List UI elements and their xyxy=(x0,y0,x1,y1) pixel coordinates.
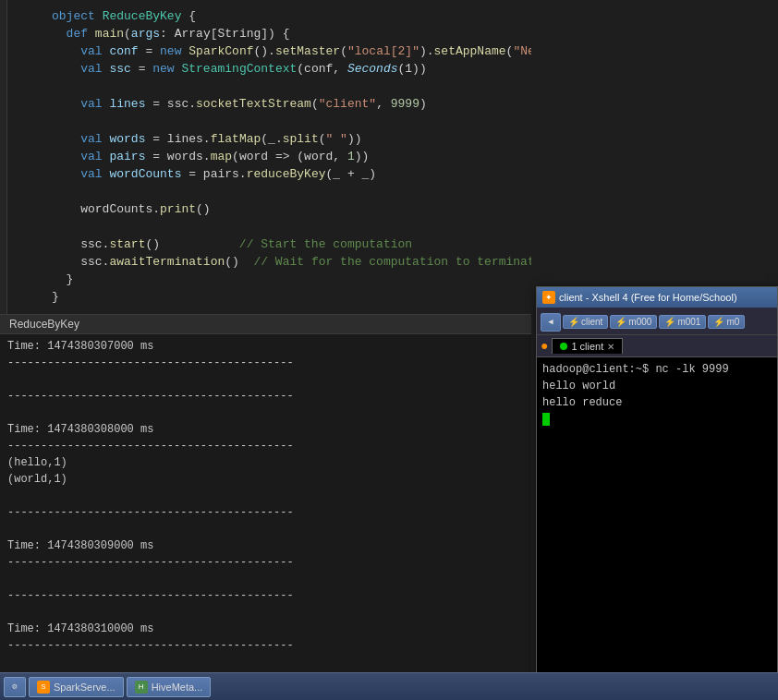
code-line-17: } xyxy=(26,288,531,306)
code-line-16: } xyxy=(26,271,531,288)
taskbar-sparkserver-btn[interactable]: S SparkServe... xyxy=(29,677,124,697)
code-line-13 xyxy=(26,218,531,235)
connection-status-dot xyxy=(560,343,567,350)
terminal-line-1: hadoop@client:~$ nc -lk 9999 xyxy=(542,361,772,378)
console-line: ----------------------------------------… xyxy=(7,637,524,654)
console-line xyxy=(7,521,524,537)
console-line: (hello,1) xyxy=(7,454,524,471)
taskbar-sparkserver-label: SparkServe... xyxy=(54,682,115,693)
code-line-12: wordCounts.print() xyxy=(26,200,531,218)
console-line xyxy=(7,371,524,388)
xshell-terminal[interactable]: hadoop@client:~$ nc -lk 9999 hello world… xyxy=(537,357,777,699)
xshell-titlebar: ✦ client - Xshell 4 (Free for Home/Schoo… xyxy=(537,287,777,308)
xshell-session-m001[interactable]: ⚡ m001 xyxy=(659,315,706,329)
console-line: Time: 1474380310000 ms xyxy=(7,621,524,637)
console-line: ----------------------------------------… xyxy=(7,388,524,404)
code-line-9: val pairs = words.map(word => (word, 1)) xyxy=(26,148,531,165)
xshell-session-m0[interactable]: ⚡ m0 xyxy=(708,315,745,329)
console-line xyxy=(7,604,524,621)
xshell-tab-icon: ● xyxy=(541,339,548,354)
xshell-back-icon[interactable]: ◀ xyxy=(541,313,561,332)
console-line: ----------------------------------------… xyxy=(7,587,524,604)
active-tab-label: 1 client xyxy=(571,341,603,352)
code-line-6: val lines = ssc.socketTextStream("client… xyxy=(26,95,531,113)
code-line-14: ssc.start() // Start the computation xyxy=(26,235,531,253)
code-line-8: val words = lines.flatMap(_.split(" ")) xyxy=(26,130,531,148)
console-line: ----------------------------------------… xyxy=(7,504,524,521)
terminal-line-2: hello world xyxy=(542,378,772,394)
tab-close-icon[interactable]: ✕ xyxy=(607,342,614,352)
console-line: (world,1) xyxy=(7,471,524,488)
code-line-2: def main(args: Array[String]) { xyxy=(26,25,531,42)
console-line xyxy=(7,654,524,670)
taskbar-system-btn[interactable]: ⚙ xyxy=(4,677,26,697)
terminal-line-4 xyxy=(542,411,772,428)
code-line-11 xyxy=(26,183,531,200)
sparkserver-icon: S xyxy=(37,681,50,694)
console-line: Time: 1474380307000 ms xyxy=(7,338,524,355)
xshell-active-tab-row[interactable]: ● 1 client ✕ xyxy=(537,335,777,357)
xshell-active-tab[interactable]: 1 client ✕ xyxy=(552,338,623,354)
xshell-title-icon: ✦ xyxy=(542,291,555,304)
console-line: ----------------------------------------… xyxy=(7,355,524,371)
code-line-15: ssc.awaitTermination() // Wait for the c… xyxy=(26,253,531,271)
xshell-tabs-bar[interactable]: ◀ ⚡ client ⚡ m000 ⚡ m001 ⚡ m0 xyxy=(537,308,777,335)
console-line xyxy=(7,404,524,421)
console-line: ----------------------------------------… xyxy=(7,554,524,571)
code-editor: object ReduceByKey { def main(args: Arra… xyxy=(26,0,531,314)
hivemeta-icon: H xyxy=(135,681,148,694)
taskbar: ⚙ S SparkServe... H HiveMeta... xyxy=(0,672,778,700)
console-line xyxy=(7,488,524,504)
xshell-title: client - Xshell 4 (Free for Home/School) xyxy=(559,292,737,303)
console-line xyxy=(7,571,524,587)
code-line-5 xyxy=(26,78,531,95)
taskbar-hivemeta-label: HiveMeta... xyxy=(152,682,203,693)
code-line-1: object ReduceByKey { xyxy=(26,7,531,25)
xshell-session-m000[interactable]: ⚡ m000 xyxy=(610,315,657,329)
console-line: Time: 1474380309000 ms xyxy=(7,537,524,554)
code-line-7 xyxy=(26,113,531,130)
xshell-window[interactable]: ✦ client - Xshell 4 (Free for Home/Schoo… xyxy=(536,286,778,700)
code-line-10: val wordCounts = pairs.reduceByKey(_ + _… xyxy=(26,165,531,183)
console-header: ReduceByKey xyxy=(0,315,531,334)
code-line-4: val ssc = new StreamingContext(conf, Sec… xyxy=(26,60,531,78)
terminal-line-3: hello reduce xyxy=(542,394,772,411)
console-line: Time: 1474380308000 ms xyxy=(7,421,524,438)
console-panel: ReduceByKey Time: 1474380307000 ms -----… xyxy=(0,314,531,700)
xshell-session-client[interactable]: ⚡ client xyxy=(563,315,608,329)
console-line: ----------------------------------------… xyxy=(7,438,524,454)
code-line-3: val conf = new SparkConf().setMaster("lo… xyxy=(26,42,531,60)
terminal-cursor xyxy=(542,413,550,426)
editor-gutter xyxy=(0,0,7,314)
console-output[interactable]: Time: 1474380307000 ms -----------------… xyxy=(0,334,531,697)
taskbar-hivemeta-btn[interactable]: H HiveMeta... xyxy=(127,677,212,697)
